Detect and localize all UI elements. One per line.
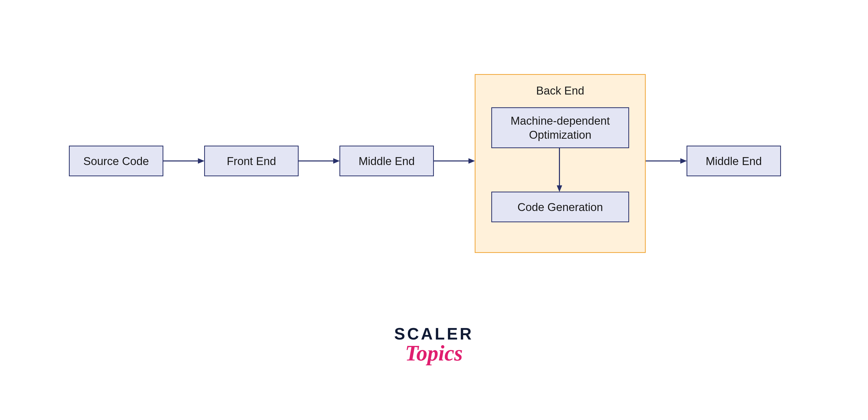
svg-marker-1 bbox=[198, 159, 204, 164]
arrow-middle-to-backend bbox=[434, 157, 475, 165]
scaler-topics-logo: SCALER Topics bbox=[378, 325, 490, 366]
svg-marker-5 bbox=[469, 159, 475, 164]
arrow-optimization-to-codegen bbox=[556, 148, 563, 192]
node-front-end: Front End bbox=[204, 146, 299, 176]
backend-title: Back End bbox=[475, 84, 646, 97]
node-source-code: Source Code bbox=[69, 146, 163, 176]
node-code-generation-label: Code Generation bbox=[517, 200, 603, 214]
svg-marker-7 bbox=[557, 186, 562, 192]
arrow-front-to-middle bbox=[299, 157, 339, 165]
arrow-backend-to-output bbox=[646, 157, 686, 165]
svg-marker-3 bbox=[333, 159, 339, 164]
node-machine-dependent-optimization: Machine-dependent Optimization bbox=[491, 107, 629, 148]
node-middle-end-2-label: Middle End bbox=[706, 154, 762, 168]
node-machine-dependent-optimization-label: Machine-dependent Optimization bbox=[500, 114, 621, 142]
compiler-pipeline-diagram: Source Code Front End Middle End Back En… bbox=[69, 74, 809, 278]
node-middle-end-1: Middle End bbox=[339, 146, 434, 176]
node-middle-end-1-label: Middle End bbox=[359, 154, 415, 168]
svg-marker-9 bbox=[680, 159, 686, 164]
logo-topics-text: Topics bbox=[378, 340, 490, 366]
node-code-generation: Code Generation bbox=[491, 192, 629, 222]
node-source-code-label: Source Code bbox=[84, 154, 149, 168]
node-front-end-label: Front End bbox=[227, 154, 276, 168]
node-middle-end-2: Middle End bbox=[686, 146, 781, 176]
arrow-source-to-front bbox=[163, 157, 204, 165]
